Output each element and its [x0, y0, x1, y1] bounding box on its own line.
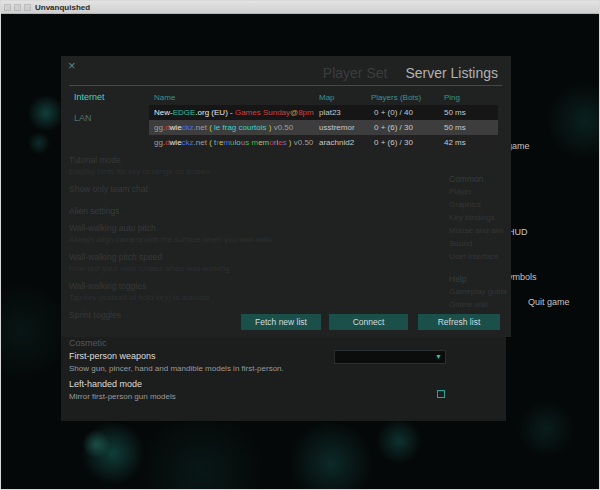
server-rows: New-EDGE.org (EU) - Games Sunday@8pm UTC… — [149, 105, 498, 150]
fetch-new-list-button[interactable]: Fetch new list — [241, 314, 321, 330]
window-maximize-icon[interactable] — [24, 4, 31, 11]
window-title: Unvanquished — [35, 3, 90, 12]
server-row[interactable]: New-EDGE.org (EU) - Games Sunday@8pm UTC… — [149, 105, 498, 120]
server-map: usstremor — [314, 120, 371, 135]
tab-lan[interactable]: LAN — [74, 113, 105, 123]
left-handed-mode-checkbox[interactable] — [437, 390, 445, 398]
dimmed-text: Sound — [449, 239, 567, 249]
tab-internet[interactable]: Internet — [74, 92, 105, 102]
server-map: plat23 — [314, 105, 371, 120]
page-title: Server Listings — [405, 65, 498, 81]
dialog-tabs: InternetLAN — [74, 92, 105, 134]
dimmed-text: Show only team chat — [69, 184, 379, 194]
server-ping: 50 ms — [439, 120, 498, 135]
server-players: 0 + (6) / 30 — [371, 120, 439, 135]
server-row[interactable]: gg.dwieckz.net ( le frag courtois ) v0.5… — [149, 120, 498, 135]
settings-section-header: Cosmetic — [69, 338, 107, 348]
window-titlebar[interactable]: Unvanquished — [1, 1, 599, 14]
dimmed-text: Wall-walking toggles — [69, 281, 379, 291]
refresh-list-button[interactable]: Refresh list — [418, 314, 500, 330]
column-header[interactable]: Name — [149, 91, 314, 105]
dimmed-nav-list: CommonPlayerGraphicsKey bindingsMouse an… — [449, 162, 567, 310]
window-menu-icon[interactable] — [4, 4, 11, 11]
dimmed-text: Graphics — [449, 200, 567, 210]
server-row[interactable]: gg.dwieckz.net ( tremulous memories ) v0… — [149, 135, 498, 150]
server-name: New-EDGE.org (EU) - Games Sunday@8pm UTC — [149, 105, 314, 120]
app-window: Unvanquished game HUD ymbols Quit game C… — [0, 0, 600, 490]
dimmed-text: Wall-walking auto pitch — [69, 223, 379, 233]
dimmed-text: Help — [449, 274, 567, 284]
dimmed-text: Tap key (instead of hold key) to activat… — [69, 293, 379, 303]
window-minimize-icon[interactable] — [14, 4, 21, 11]
dimmed-text: User interface — [449, 252, 567, 262]
dimmed-text: Tutorial mode — [69, 155, 379, 165]
dimmed-text: Display hints for key bindings on screen… — [69, 167, 379, 177]
dimmed-text: Mouse and aim — [449, 226, 567, 236]
server-ping: 42 ms — [439, 135, 498, 150]
dimmed-text: Gameplay guide — [449, 287, 567, 297]
close-icon[interactable]: × — [68, 58, 76, 73]
setting-label-left-handed-mode: Left-handed mode — [69, 379, 142, 389]
dimmed-text: Online wiki — [449, 300, 567, 310]
first-person-weapons-dropdown[interactable]: ▼ — [334, 350, 446, 364]
server-ping: 50 ms — [439, 105, 498, 120]
server-listings-dialog: × Player SetServer Listings Tutorial mod… — [61, 56, 511, 337]
dimmed-text: Wall-walking pitch speed — [69, 252, 379, 262]
table-header-row: NameMapPlayers (Bots)Ping — [149, 91, 498, 105]
dimmed-settings-list: Tutorial modeDisplay hints for key bindi… — [69, 148, 379, 320]
column-header[interactable]: Map — [314, 91, 371, 105]
column-header[interactable]: Ping — [439, 91, 498, 105]
column-header[interactable]: Players (Bots) — [371, 91, 439, 105]
dimmed-text: Alien settings — [69, 206, 379, 216]
dimmed-text: Common — [449, 174, 567, 184]
dimmed-text: How fast your view rotates when wall-wal… — [69, 264, 379, 274]
dimmed-text: Player — [449, 187, 567, 197]
dialog-title-row: Player SetServer Listings — [323, 64, 498, 82]
previous-panel-title: Player Set — [323, 65, 388, 81]
server-map: arachnid2 — [314, 135, 371, 150]
server-players: 0 + (6) / 30 — [371, 135, 439, 150]
title-divider — [69, 85, 502, 86]
setting-description: Show gun, pincer, hand and mandible mode… — [69, 364, 284, 373]
server-name: gg.dwieckz.net ( tremulous memories ) v0… — [149, 135, 314, 150]
setting-description: Mirror first-person gun models — [69, 392, 176, 401]
chevron-down-icon: ▼ — [435, 351, 442, 363]
server-players: 0 + (0) / 40 — [371, 105, 439, 120]
server-name: gg.dwieckz.net ( le frag courtois ) v0.5… — [149, 120, 314, 135]
dimmed-text: Key bindings — [449, 213, 567, 223]
connect-button[interactable]: Connect — [329, 314, 408, 330]
setting-label-first-person-weapons: First-person weapons — [69, 351, 156, 361]
dimmed-text: Always align camera with the surface whe… — [69, 235, 379, 245]
